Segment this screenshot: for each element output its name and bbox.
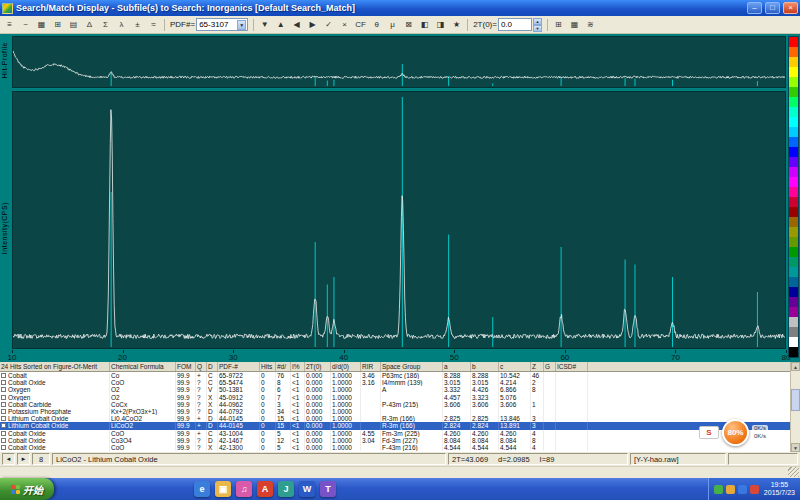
toolbar-grid-button[interactable]: ⊞ — [50, 17, 65, 32]
next-hit-button[interactable]: ► — [17, 453, 30, 465]
column-header-hits[interactable]: Hits — [260, 362, 276, 371]
row-checkbox[interactable] — [1, 409, 6, 414]
toolbar-right-pane-button[interactable]: ◨ — [433, 17, 448, 32]
color-swatch[interactable] — [789, 307, 798, 317]
table-row[interactable]: OxygenO299.9?X45-091207<10.0001.00004.45… — [0, 394, 790, 401]
column-header-fom[interactable]: FOM — [176, 362, 196, 371]
column-header-nd[interactable]: #d/ — [276, 362, 291, 371]
column-header-d[interactable]: D — [207, 362, 218, 371]
toolbar-delta-button[interactable]: Δ — [82, 17, 97, 32]
toolbar-overlay-button[interactable]: ▦ — [34, 17, 49, 32]
color-swatch[interactable] — [789, 347, 798, 357]
color-swatch[interactable] — [789, 237, 798, 247]
row-checkbox[interactable] — [1, 395, 6, 400]
color-swatch[interactable] — [789, 267, 798, 277]
toolbar-favorite-button[interactable]: ★ — [449, 17, 464, 32]
toolbar-reject-button[interactable]: × — [337, 17, 352, 32]
color-swatch[interactable] — [789, 277, 798, 287]
taskbar-icon-tools[interactable]: T — [320, 481, 336, 497]
taskbar-icon-browser[interactable]: e — [194, 481, 210, 497]
color-swatch[interactable] — [789, 207, 798, 217]
tray-icon-updater[interactable] — [726, 485, 735, 494]
row-checkbox[interactable] — [1, 380, 6, 385]
color-swatch[interactable] — [789, 197, 798, 207]
taskbar-icon-doc[interactable]: W — [299, 481, 315, 497]
two-theta-combo-input[interactable]: 0.0 — [498, 18, 532, 31]
color-swatch[interactable] — [789, 47, 798, 57]
column-header-sg[interactable]: Space Group — [381, 362, 443, 371]
toolbar-lambda-button[interactable]: λ — [114, 17, 129, 32]
toolbar-move-down-button[interactable]: ▼ — [257, 17, 272, 32]
table-row[interactable]: OxygenO299.9?V50-138106<10.0001.0000A3.3… — [0, 386, 790, 393]
minimize-button[interactable]: – — [747, 2, 762, 14]
scroll-up-icon[interactable]: ▲ — [791, 362, 800, 371]
color-swatch[interactable] — [789, 37, 798, 47]
column-header-name[interactable]: 24 Hits Sorted on Figure-Of-Merit — [0, 362, 110, 371]
toolbar-pattern-button[interactable]: ~ — [18, 17, 33, 32]
toolbar-move-up-button[interactable]: ▲ — [273, 17, 288, 32]
scrollbar-thumb[interactable] — [791, 389, 800, 411]
color-swatch[interactable] — [789, 77, 798, 87]
color-swatch[interactable] — [789, 247, 798, 257]
color-swatch[interactable] — [789, 167, 798, 177]
toolbar-smooth-button[interactable]: ≈ — [146, 17, 161, 32]
maximize-button[interactable]: □ — [765, 2, 780, 14]
color-swatch[interactable] — [789, 227, 798, 237]
spinner-down-icon[interactable]: ▼ — [533, 25, 542, 32]
color-swatch[interactable] — [789, 187, 798, 197]
resize-grip[interactable] — [788, 467, 799, 477]
start-button[interactable]: 开始 — [0, 478, 54, 500]
tray-icon-volume[interactable] — [750, 485, 759, 494]
column-header-a[interactable]: a — [443, 362, 471, 371]
color-swatch[interactable] — [789, 107, 798, 117]
table-row[interactable]: Potassium PhosphateKx+2(PxO3x+1)99.9?D44… — [0, 408, 790, 415]
toolbar-cf-button[interactable]: CF — [353, 17, 368, 32]
scrollbar-track[interactable] — [791, 371, 800, 443]
table-row[interactable]: CobaltCo99.9+C65-9722076<10.0001.00003.4… — [0, 372, 790, 379]
column-header-b[interactable]: b — [471, 362, 499, 371]
hit-profile-panel[interactable] — [12, 36, 786, 88]
toolbar-next-button[interactable]: ▶ — [305, 17, 320, 32]
toolbar-stack-view-button[interactable]: ≋ — [583, 17, 598, 32]
color-swatch[interactable] — [789, 57, 798, 67]
toolbar-report-button[interactable]: ▤ — [66, 17, 81, 32]
color-swatch[interactable] — [789, 67, 798, 77]
tray-icon-network[interactable] — [738, 485, 747, 494]
taskbar-icon-media[interactable]: ♫ — [236, 481, 252, 497]
ime-indicator[interactable]: S — [699, 426, 719, 439]
color-swatch[interactable] — [789, 177, 798, 187]
taskbar-icon-pdf[interactable]: A — [257, 481, 273, 497]
column-header-rir[interactable]: RIR — [361, 362, 381, 371]
toolbar-offset-button[interactable]: ± — [130, 17, 145, 32]
color-swatch[interactable] — [789, 117, 798, 127]
close-button[interactable]: × — [783, 2, 798, 14]
row-checkbox[interactable] — [1, 438, 6, 443]
toolbar-prev-button[interactable]: ◀ — [289, 17, 304, 32]
color-swatch[interactable] — [789, 147, 798, 157]
toolbar-expand-button[interactable]: ⊞ — [551, 17, 566, 32]
toolbar-menu-button[interactable]: ≡ — [2, 17, 17, 32]
toolbar-theta-button[interactable]: θ — [369, 17, 384, 32]
row-checkbox[interactable] — [1, 431, 6, 436]
column-header-ipct[interactable]: I% — [291, 362, 305, 371]
toolbar-table-view-button[interactable]: ▦ — [567, 17, 582, 32]
taskbar-icon-jade[interactable]: J — [278, 481, 294, 497]
intensity-panel[interactable] — [12, 91, 786, 349]
table-scrollbar[interactable]: ▲ ▼ — [790, 362, 800, 452]
spinner-up-icon[interactable]: ▲ — [533, 18, 542, 25]
table-row[interactable]: Lithium Cobalt OxideLi0.4CoO299.9+D44-01… — [0, 415, 790, 422]
color-swatch[interactable] — [789, 297, 798, 307]
color-swatch[interactable] — [789, 157, 798, 167]
toolbar-sigma-button[interactable]: Σ — [98, 17, 113, 32]
color-swatch[interactable] — [789, 337, 798, 347]
row-checkbox[interactable] — [1, 416, 6, 421]
color-swatch[interactable] — [789, 217, 798, 227]
color-swatch[interactable] — [789, 257, 798, 267]
row-checkbox[interactable] — [1, 423, 6, 428]
color-swatch[interactable] — [789, 97, 798, 107]
tray-icon-antivirus[interactable] — [714, 485, 723, 494]
color-swatch[interactable] — [789, 127, 798, 137]
column-header-z[interactable]: Z — [531, 362, 544, 371]
toolbar-close-box-button[interactable]: ⊠ — [401, 17, 416, 32]
taskbar-icon-folder[interactable]: ▣ — [215, 481, 231, 497]
